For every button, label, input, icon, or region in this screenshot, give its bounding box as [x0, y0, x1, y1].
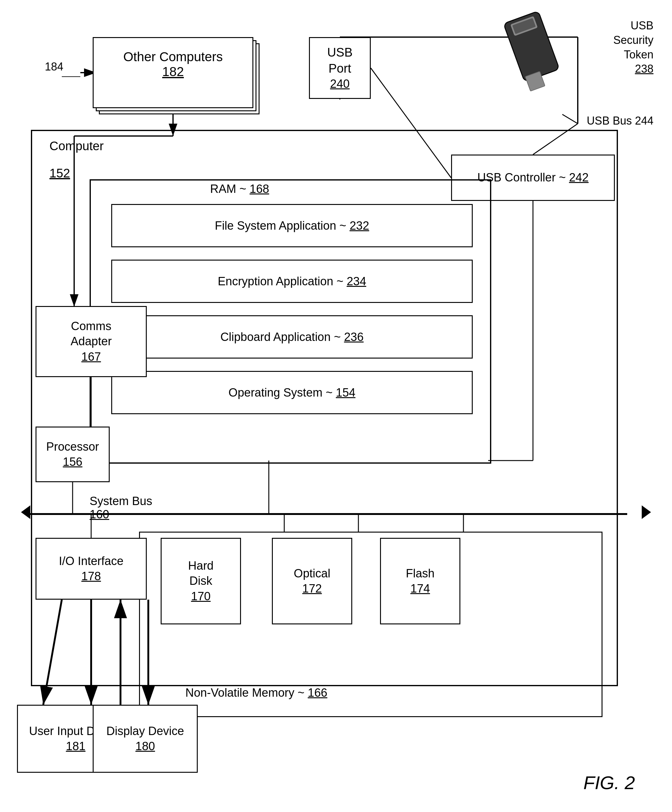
usb-port-box: USB Port 240 [309, 37, 371, 99]
io-interface-label: I/O Interface 178 [59, 554, 123, 584]
hard-disk-box: Hard Disk 170 [161, 538, 241, 624]
computer-label: Computer 152 [49, 139, 104, 180]
ram-label: RAM ~ 168 [210, 183, 269, 196]
usb-controller-label: USB Controller ~ 242 [477, 170, 589, 185]
usb-bus-label: USB Bus 244 [587, 114, 653, 127]
flash-box: Flash 174 [380, 538, 460, 624]
usb-token-label: USB Security Token 238 [613, 19, 653, 76]
file-system-box: File System Application ~ 232 [111, 204, 473, 247]
clipboard-box: Clipboard Application ~ 236 [111, 315, 473, 358]
os-box: Operating System ~ 154 [111, 371, 473, 414]
display-device-label: Display Device 180 [106, 723, 184, 754]
usb-token-image [488, 9, 596, 121]
fig-label: FIG. 2 [584, 772, 635, 793]
comms-adapter-label: Comms Adapter 167 [70, 319, 112, 364]
processor-label: Processor 156 [46, 439, 99, 470]
system-bus-arrow-left [21, 505, 30, 519]
usb-port-label: USB Port 240 [327, 44, 352, 92]
processor-box: Processor 156 [36, 426, 110, 482]
system-bus-label: System Bus 160 [90, 495, 152, 521]
hard-disk-label: Hard Disk 170 [188, 558, 213, 604]
encryption-box: Encryption Application ~ 234 [111, 259, 473, 303]
comms-adapter-box: Comms Adapter 167 [36, 306, 147, 377]
display-device-box: Display Device 180 [93, 705, 198, 773]
clipboard-label: Clipboard Application ~ 236 [220, 331, 364, 344]
flash-label: Flash 174 [406, 566, 435, 597]
nvm-label: Non-Volatile Memory ~ 166 [185, 686, 327, 699]
other-computers-text: Other Computers 182 [93, 49, 253, 79]
diagram: 184 [0, 0, 672, 812]
os-label: Operating System ~ 154 [229, 386, 356, 399]
encryption-label: Encryption Application ~ 234 [218, 275, 366, 288]
optical-box: Optical 172 [272, 538, 352, 624]
io-interface-box: I/O Interface 178 [36, 538, 147, 600]
system-bus-arrow-right [642, 505, 651, 519]
svg-text:184: 184 [45, 60, 63, 73]
file-system-label: File System Application ~ 232 [215, 219, 369, 232]
optical-label: Optical 172 [294, 566, 330, 597]
